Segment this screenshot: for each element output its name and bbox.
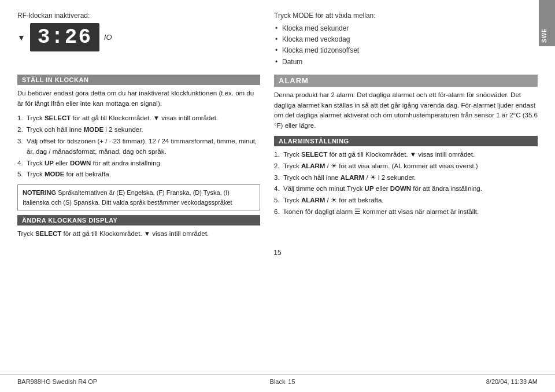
clock-display: 3:26: [30, 23, 99, 51]
notering-label: NOTERING: [23, 189, 56, 196]
stall-step-4: 4. Tryck UP eller DOWN för att ändra ins…: [17, 158, 260, 169]
clock-io: IO: [104, 33, 112, 42]
stall-intro: Du behöver endast göra detta om du har i…: [17, 88, 260, 109]
top-right: Tryck MODE för att växla mellan: Klocka …: [274, 12, 538, 68]
two-col: STÄLL IN KLOCKAN Du behöver endast göra …: [17, 75, 538, 244]
swe-badge: SWE: [539, 0, 555, 46]
mode-item-3: Klocka med tidzonsoffset: [274, 45, 538, 56]
notering-box: NOTERING Språkalternativen är (E) Engels…: [17, 184, 260, 210]
mode-header: Tryck MODE för att växla mellan:: [274, 12, 538, 20]
top-left: RF-klockan inaktiverad: ▼ 3:26 IO: [17, 12, 260, 57]
clock-display-wrapper: ▼ 3:26 IO: [17, 23, 260, 51]
page-number: 15: [17, 249, 538, 257]
mode-list: Klocka med sekunder Klocka med veckodag …: [274, 23, 538, 68]
alarm-step-5: 5. Tryck ALARM / ☀ för att bekräfta.: [274, 195, 538, 206]
alarm-step-6: 6. Ikonen för dagligt alarm ☰ kommer att…: [274, 207, 538, 217]
clock-arrow-left: ▼: [17, 33, 25, 42]
stall-step-3: 3. Välj offset för tidszonen (+ / - 23 t…: [17, 136, 260, 157]
stall-steps: 1. Tryck SELECT för att gå till Klockomr…: [17, 113, 260, 180]
andra-header: ÄNDRA KLOCKANS DISPLAY: [17, 215, 260, 225]
stall-step-1: 1. Tryck SELECT för att gå till Klockomr…: [17, 113, 260, 124]
top-section: RF-klockan inaktiverad: ▼ 3:26 IO Tryck …: [17, 12, 538, 68]
alarm-intro: Denna produkt har 2 alarm: Det dagliga a…: [274, 90, 538, 131]
alarm-step-2: 2. Tryck ALARM / ☀ för att visa alarm. (…: [274, 161, 538, 172]
footer-black: Black: [270, 378, 286, 385]
alarm-step-3: 3. Tryck och håll inne ALARM / ☀ i 2 sek…: [274, 173, 538, 183]
alarminst-header: ALARMINSTÄLLNING: [274, 136, 538, 146]
left-col: STÄLL IN KLOCKAN Du behöver endast göra …: [17, 75, 260, 244]
rf-clock-label: RF-klockan inaktiverad:: [17, 12, 260, 20]
footer-right: 8/20/04, 11:33 AM: [486, 378, 538, 385]
alarm-header: ALARM: [274, 75, 538, 87]
alarm-step-1: 1. Tryck SELECT för att gå till Klockomr…: [274, 150, 538, 160]
alarm-step-4: 4. Välj timme och minut Tryck UP eller D…: [274, 184, 538, 194]
mode-item-4: Datum: [274, 57, 538, 68]
andra-text: Tryck SELECT för att gå till Klockområde…: [17, 229, 260, 239]
stall-step-2: 2. Tryck och håll inne MODE i 2 sekunder…: [17, 125, 260, 135]
right-col: ALARM Denna produkt har 2 alarm: Det dag…: [274, 75, 538, 244]
mode-item-1: Klocka med sekunder: [274, 23, 538, 34]
alarm-steps: 1. Tryck SELECT för att gå till Klockomr…: [274, 150, 538, 217]
footer-page: 15: [288, 378, 295, 385]
page: SWE RF-klockan inaktiverad: ▼ 3:26 IO Tr…: [0, 0, 555, 392]
stall-header: STÄLL IN KLOCKAN: [17, 75, 260, 85]
stall-step-5: 5. Tryck MODE för att bekräfta.: [17, 169, 260, 180]
mode-item-2: Klocka med veckodag: [274, 34, 538, 45]
footer-left: BAR988HG Swedish R4 OP: [17, 378, 97, 385]
